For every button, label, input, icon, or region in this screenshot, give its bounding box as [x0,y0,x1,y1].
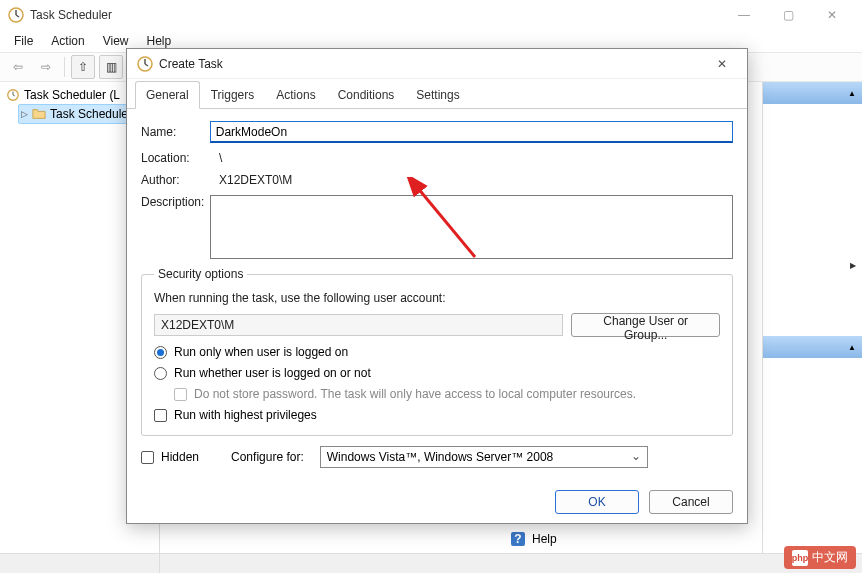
clock-icon [137,56,153,72]
checkbox-icon [141,451,154,464]
configure-for-dropdown[interactable]: Windows Vista™, Windows Server™ 2008 [320,446,648,468]
maximize-button[interactable]: ▢ [766,0,810,30]
show-hide-button[interactable]: ▥ [99,55,123,79]
account-display: X12DEXT0\M [154,314,563,336]
status-bar [0,553,862,573]
action-header-2[interactable]: ▲ [763,336,862,358]
forward-button[interactable]: ⇨ [34,55,58,79]
help-link[interactable]: ? Help [510,531,557,547]
dialog-title: Create Task [159,57,223,71]
watermark-text: 中文网 [812,549,848,566]
create-task-dialog: Create Task ✕ General Triggers Actions C… [126,48,748,524]
change-user-button[interactable]: Change User or Group... [571,313,720,337]
dialog-close-button[interactable]: ✕ [707,49,737,79]
radio-icon [154,367,167,380]
location-value: \ [219,151,733,165]
checkbox-icon [154,409,167,422]
dialog-titlebar: Create Task ✕ [127,49,747,79]
name-input[interactable] [210,121,733,143]
radio-icon [154,346,167,359]
help-label: Help [532,532,557,546]
collapse-icon: ▲ [848,89,856,98]
tab-general[interactable]: General [135,81,200,109]
clock-icon [6,88,20,102]
arrow-right-icon[interactable]: ▶ [850,261,856,270]
folder-icon [32,107,46,121]
check-nostore-label: Do not store password. The task will onl… [194,387,636,401]
radio-whether[interactable]: Run whether user is logged on or not [154,366,720,380]
toolbar-separator [64,57,65,77]
radio-logged-on-label: Run only when user is logged on [174,345,348,359]
status-cell [0,554,160,573]
name-label: Name: [141,125,210,139]
svg-line-10 [145,64,148,66]
close-button[interactable]: ✕ [810,0,854,30]
back-button[interactable]: ⇦ [6,55,30,79]
check-highest[interactable]: Run with highest privileges [154,408,720,422]
up-button[interactable]: ⇧ [71,55,95,79]
radio-logged-on[interactable]: Run only when user is logged on [154,345,720,359]
svg-line-5 [13,95,15,96]
hidden-label: Hidden [161,450,199,464]
configure-for-label: Configure for: [231,450,304,464]
check-highest-label: Run with highest privileges [174,408,317,422]
security-legend: Security options [154,267,247,281]
window-titlebar: Task Scheduler — ▢ ✕ [0,0,862,30]
checkbox-icon [174,388,187,401]
check-nostore: Do not store password. The task will onl… [174,387,720,401]
author-label: Author: [141,173,219,187]
watermark: php 中文网 [784,546,856,569]
tree-child-label: Task Schedule [50,107,128,121]
app-icon [8,7,24,23]
tab-actions[interactable]: Actions [265,81,326,109]
configure-for-value: Windows Vista™, Windows Server™ 2008 [327,450,554,464]
tab-settings[interactable]: Settings [405,81,470,109]
description-input[interactable] [210,195,733,259]
location-label: Location: [141,151,219,165]
radio-whether-label: Run whether user is logged on or not [174,366,371,380]
menu-action[interactable]: Action [43,31,92,51]
author-value: X12DEXT0\M [219,173,733,187]
action-pane: ▲ ▶ ▲ [762,82,862,553]
svg-line-2 [16,15,19,17]
run-as-label: When running the task, use the following… [154,291,720,305]
action-header-1[interactable]: ▲ [763,82,862,104]
watermark-icon: php [792,550,808,566]
svg-text:?: ? [514,532,521,546]
expand-icon[interactable]: ▷ [21,109,28,119]
tab-triggers[interactable]: Triggers [200,81,266,109]
dialog-button-row: OK Cancel [127,481,747,523]
cancel-button[interactable]: Cancel [649,490,733,514]
collapse-icon: ▲ [848,343,856,352]
minimize-button[interactable]: — [722,0,766,30]
tab-strip: General Triggers Actions Conditions Sett… [127,79,747,109]
tree-root-label: Task Scheduler (L [24,88,120,102]
check-hidden[interactable]: Hidden [141,450,199,464]
tab-conditions[interactable]: Conditions [327,81,406,109]
app-title: Task Scheduler [30,8,112,22]
description-label: Description: [141,195,210,209]
ok-button[interactable]: OK [555,490,639,514]
security-options-group: Security options When running the task, … [141,267,733,436]
tab-body: Name: Location: \ Author: X12DEXT0\M Des… [127,108,747,476]
menu-file[interactable]: File [6,31,41,51]
help-icon: ? [510,531,526,547]
